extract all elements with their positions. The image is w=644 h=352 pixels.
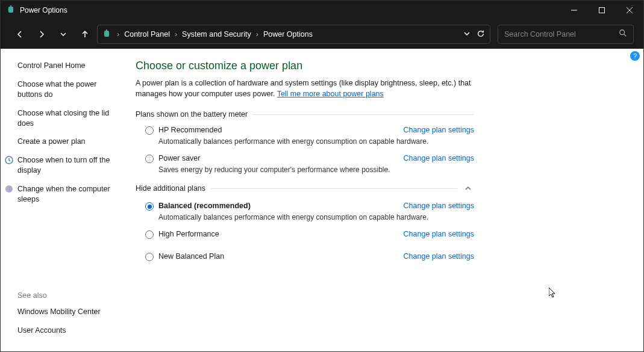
- plan-name[interactable]: High Performance: [158, 230, 219, 238]
- plan-radio[interactable]: [145, 202, 154, 211]
- plan-description: Automatically balances performance with …: [158, 213, 474, 221]
- cursor-icon: [549, 288, 557, 298]
- sidebar-link-sleep[interactable]: Change when the computer sleeps: [17, 184, 120, 205]
- chevron-down-icon[interactable]: [463, 30, 470, 39]
- breadcrumb-item[interactable]: System and Security: [180, 29, 254, 40]
- control-panel-home-link[interactable]: Control Panel Home: [17, 61, 120, 71]
- back-button[interactable]: [10, 25, 30, 44]
- chevron-up-icon[interactable]: [462, 182, 474, 194]
- svg-rect-7: [106, 29, 107, 31]
- section-header-battery: Plans shown on the battery meter: [136, 110, 474, 119]
- navbar: › Control Panel › System and Security › …: [1, 20, 643, 49]
- svg-rect-3: [599, 8, 605, 13]
- window-title: Power Options: [20, 6, 560, 14]
- see-also-header: See also: [17, 291, 120, 300]
- section-header-additional[interactable]: Hide additional plans: [136, 182, 474, 194]
- plan-radio[interactable]: [145, 126, 154, 135]
- search-box[interactable]: [498, 25, 634, 44]
- sidebar-link-display-off[interactable]: Choose when to turn off the display: [17, 155, 120, 176]
- content-area: ? Control Panel Home Choose what the pow…: [1, 49, 643, 351]
- page-description: A power plan is a collection of hardware…: [136, 78, 474, 99]
- see-also-accounts[interactable]: User Accounts: [17, 326, 120, 336]
- moon-icon: [4, 184, 14, 194]
- close-button[interactable]: [616, 1, 643, 20]
- location-icon: [102, 29, 112, 39]
- chevron-right-icon: ›: [116, 30, 120, 39]
- svg-point-8: [620, 30, 625, 35]
- page-title: Choose or customize a power plan: [136, 60, 474, 72]
- plan-high-performance: High Performance Change plan settings: [136, 230, 474, 239]
- plan-power-saver: Power saver Change plan settings: [136, 154, 474, 163]
- sidebar-link-power-buttons[interactable]: Choose what the power buttons do: [17, 79, 120, 100]
- maximize-button[interactable]: [588, 1, 616, 20]
- change-plan-link[interactable]: Change plan settings: [404, 252, 474, 261]
- refresh-button[interactable]: [477, 29, 485, 40]
- clock-icon: [4, 155, 14, 165]
- plan-description: Automatically balances performance with …: [158, 137, 474, 146]
- minimize-button[interactable]: [560, 1, 588, 20]
- plan-description: Saves energy by reducing your computer's…: [158, 165, 474, 174]
- search-icon[interactable]: [619, 29, 627, 40]
- change-plan-link[interactable]: Change plan settings: [404, 126, 474, 134]
- plan-new-balanced: New Balanced Plan Change plan settings: [136, 252, 474, 261]
- sidebar-link-lid[interactable]: Choose what closing the lid does: [17, 108, 120, 129]
- learn-more-link[interactable]: Tell me more about power plans: [277, 90, 384, 98]
- titlebar: Power Options: [1, 1, 643, 20]
- see-also-mobility[interactable]: Windows Mobility Center: [17, 307, 120, 317]
- plan-radio[interactable]: [145, 253, 154, 261]
- up-button[interactable]: [75, 25, 95, 44]
- recent-dropdown[interactable]: [54, 25, 73, 44]
- window-controls: [560, 1, 643, 20]
- chevron-right-icon: ›: [174, 30, 178, 39]
- plan-name[interactable]: Power saver: [158, 154, 200, 162]
- forward-button[interactable]: [32, 25, 51, 44]
- plan-name[interactable]: New Balanced Plan: [158, 252, 224, 261]
- plan-balanced: Balanced (recommended) Change plan setti…: [136, 202, 474, 211]
- svg-rect-0: [8, 7, 13, 13]
- breadcrumb[interactable]: › Control Panel › System and Security › …: [97, 25, 490, 44]
- search-input[interactable]: [504, 30, 613, 39]
- main-panel: Choose or customize a power plan A power…: [127, 49, 501, 351]
- window: Power Options › Control Panel › System a…: [0, 0, 644, 352]
- change-plan-link[interactable]: Change plan settings: [404, 154, 474, 162]
- plan-name[interactable]: HP Recommended: [158, 126, 222, 134]
- plan-radio[interactable]: [145, 230, 154, 239]
- svg-rect-6: [104, 31, 109, 37]
- change-plan-link[interactable]: Change plan settings: [404, 230, 474, 238]
- sidebar: Control Panel Home Choose what the power…: [1, 49, 127, 351]
- chevron-right-icon: ›: [255, 30, 260, 39]
- breadcrumb-item[interactable]: Power Options: [261, 29, 315, 40]
- breadcrumb-item[interactable]: Control Panel: [122, 29, 172, 40]
- plan-radio[interactable]: [145, 155, 154, 163]
- sidebar-link-create-plan[interactable]: Create a power plan: [17, 137, 120, 147]
- plan-name[interactable]: Balanced (recommended): [158, 202, 251, 210]
- svg-line-9: [624, 34, 627, 37]
- app-icon: [7, 5, 16, 15]
- plan-hp-recommended: HP Recommended Change plan settings: [136, 126, 474, 135]
- svg-rect-1: [10, 5, 11, 7]
- help-button[interactable]: ?: [630, 51, 640, 61]
- change-plan-link[interactable]: Change plan settings: [404, 202, 474, 210]
